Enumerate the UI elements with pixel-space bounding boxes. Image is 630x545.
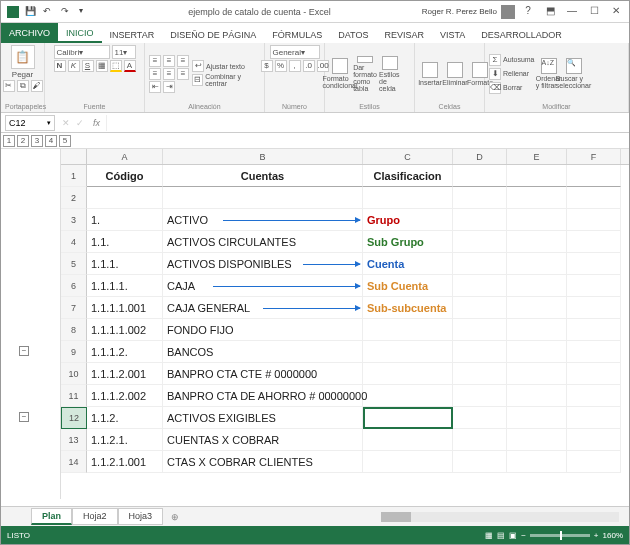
cell-clasificacion[interactable]: Sub Cuenta xyxy=(363,275,453,297)
col-header-f[interactable]: F xyxy=(567,149,621,164)
new-sheet-button[interactable]: ⊕ xyxy=(163,512,187,522)
cell-codigo[interactable]: 1.1.1.1. xyxy=(87,275,163,297)
tab-insertar[interactable]: INSERTAR xyxy=(102,27,163,43)
border-button[interactable]: ▦ xyxy=(96,60,108,72)
header-clasificacion[interactable]: Clasificacion xyxy=(363,165,453,187)
cell-clasificacion[interactable] xyxy=(363,341,453,363)
cell-cuentas[interactable]: BANPRO CTA CTE # 0000000 xyxy=(163,363,363,385)
row-number[interactable]: 14 xyxy=(61,451,87,473)
align-left-icon[interactable]: ≡ xyxy=(149,68,161,80)
clear-button[interactable]: ⌫Borrar xyxy=(489,82,535,94)
zoom-in-icon[interactable]: + xyxy=(594,531,599,540)
ribbon-collapse-icon[interactable]: ⬒ xyxy=(541,5,559,19)
cut-icon[interactable]: ✂ xyxy=(3,80,15,92)
cell-clasificacion[interactable] xyxy=(363,407,453,429)
cell-cuentas[interactable]: ACTIVOS CIRCULANTES xyxy=(163,231,363,253)
outline-level-5[interactable]: 5 xyxy=(59,135,71,147)
delete-cells-button[interactable]: Eliminar xyxy=(444,56,466,92)
cell-cuentas[interactable]: CAJA xyxy=(163,275,363,297)
cell-cuentas[interactable]: CAJA GENERAL xyxy=(163,297,363,319)
row-number[interactable]: 7 xyxy=(61,297,87,319)
copy-icon[interactable]: ⧉ xyxy=(17,80,29,92)
name-box[interactable]: C12▾ xyxy=(5,115,55,131)
cell-clasificacion[interactable]: Grupo xyxy=(363,209,453,231)
cell-cuentas[interactable]: CUENTAS X COBRAR xyxy=(163,429,363,451)
cell-clasificacion[interactable]: Sub-subcuenta xyxy=(363,297,453,319)
cell-cuentas[interactable]: BANPRO CTA DE AHORRO # 00000000 xyxy=(163,385,363,407)
cell-codigo[interactable]: 1.1.1.2. xyxy=(87,341,163,363)
header-codigo[interactable]: Código xyxy=(87,165,163,187)
sheet-tab-plan[interactable]: Plan xyxy=(31,508,72,525)
wrap-text-button[interactable]: ↩Ajustar texto xyxy=(192,60,260,72)
col-header-b[interactable]: B xyxy=(163,149,363,164)
redo-icon[interactable]: ↷ xyxy=(61,6,73,18)
tab-desarrollador[interactable]: DESARROLLADOR xyxy=(473,27,570,43)
view-break-icon[interactable]: ▣ xyxy=(509,531,517,540)
cell-clasificacion[interactable] xyxy=(363,187,453,209)
cell-codigo[interactable]: 1.1.1.1.002 xyxy=(87,319,163,341)
row-number[interactable]: 13 xyxy=(61,429,87,451)
indent-inc-icon[interactable]: ⇥ xyxy=(163,81,175,93)
cell-clasificacion[interactable] xyxy=(363,363,453,385)
spreadsheet-grid[interactable]: A B C D E F 1 Código Cuentas Clasificaci… xyxy=(61,149,629,499)
fx-icon[interactable]: fx xyxy=(87,118,106,128)
tab-revisar[interactable]: REVISAR xyxy=(376,27,432,43)
view-normal-icon[interactable]: ▦ xyxy=(485,531,493,540)
cell-clasificacion[interactable]: Sub Grupo xyxy=(363,231,453,253)
cell-cuentas[interactable]: FONDO FIJO xyxy=(163,319,363,341)
avatar[interactable] xyxy=(501,5,515,19)
qat-icon[interactable]: ▾ xyxy=(79,6,91,18)
cell-codigo[interactable]: 1.1.1.2.001 xyxy=(87,363,163,385)
format-painter-icon[interactable]: 🖌 xyxy=(31,80,43,92)
font-size-select[interactable]: 11 ▾ xyxy=(112,45,136,59)
col-header-e[interactable]: E xyxy=(507,149,567,164)
save-icon[interactable]: 💾 xyxy=(25,6,37,18)
cell-codigo[interactable]: 1. xyxy=(87,209,163,231)
close-icon[interactable]: ✕ xyxy=(607,5,625,19)
cell-codigo[interactable]: 1.1.2. xyxy=(87,407,163,429)
tab-vista[interactable]: VISTA xyxy=(432,27,473,43)
align-top-icon[interactable]: ≡ xyxy=(149,55,161,67)
comma-icon[interactable]: , xyxy=(289,60,301,72)
font-color-button[interactable]: A xyxy=(124,60,136,72)
row-number[interactable]: 3 xyxy=(61,209,87,231)
row-number[interactable]: 5 xyxy=(61,253,87,275)
find-select-button[interactable]: 🔍Buscar y seleccionar xyxy=(563,56,585,92)
outline-level-2[interactable]: 2 xyxy=(17,135,29,147)
cell-codigo[interactable]: 1.1. xyxy=(87,231,163,253)
align-mid-icon[interactable]: ≡ xyxy=(163,55,175,67)
tab-diseño-de-página[interactable]: DISEÑO DE PÁGINA xyxy=(162,27,264,43)
tab-file[interactable]: ARCHIVO xyxy=(1,23,58,43)
row-number[interactable]: 11 xyxy=(61,385,87,407)
outline-level-4[interactable]: 4 xyxy=(45,135,57,147)
align-right-icon[interactable]: ≡ xyxy=(177,68,189,80)
zoom-level[interactable]: 160% xyxy=(603,531,623,540)
help-icon[interactable]: ? xyxy=(519,5,537,19)
tab-fórmulas[interactable]: FÓRMULAS xyxy=(264,27,330,43)
sheet-tab-hoja2[interactable]: Hoja2 xyxy=(72,508,118,525)
row-number[interactable]: 9 xyxy=(61,341,87,363)
row-number[interactable]: 8 xyxy=(61,319,87,341)
cell-codigo[interactable]: 1.1.1.2.002 xyxy=(87,385,163,407)
indent-dec-icon[interactable]: ⇤ xyxy=(149,81,161,93)
currency-icon[interactable]: $ xyxy=(261,60,273,72)
format-as-table-button[interactable]: Dar formato como tabla xyxy=(354,56,376,92)
fill-color-button[interactable]: ⬚ xyxy=(110,60,122,72)
cell-clasificacion[interactable] xyxy=(363,451,453,473)
cell-cuentas[interactable]: ACTIVOS DISPONIBLES xyxy=(163,253,363,275)
row-number[interactable]: 1 xyxy=(61,165,87,187)
undo-icon[interactable]: ↶ xyxy=(43,6,55,18)
view-layout-icon[interactable]: ▤ xyxy=(497,531,505,540)
row-number[interactable]: 6 xyxy=(61,275,87,297)
outline-collapse-button[interactable]: − xyxy=(19,346,29,356)
enter-formula-icon[interactable]: ✓ xyxy=(73,118,87,128)
conditional-format-button[interactable]: Formato condicional xyxy=(329,56,351,92)
cell-codigo[interactable]: 1.1.1.1.001 xyxy=(87,297,163,319)
outline-level-3[interactable]: 3 xyxy=(31,135,43,147)
paste-icon[interactable]: 📋 xyxy=(11,45,35,69)
maximize-icon[interactable]: ☐ xyxy=(585,5,603,19)
number-format-select[interactable]: General ▾ xyxy=(270,45,320,59)
cell-cuentas[interactable]: ACTIVO xyxy=(163,209,363,231)
row-number[interactable]: 10 xyxy=(61,363,87,385)
bold-button[interactable]: N xyxy=(54,60,66,72)
